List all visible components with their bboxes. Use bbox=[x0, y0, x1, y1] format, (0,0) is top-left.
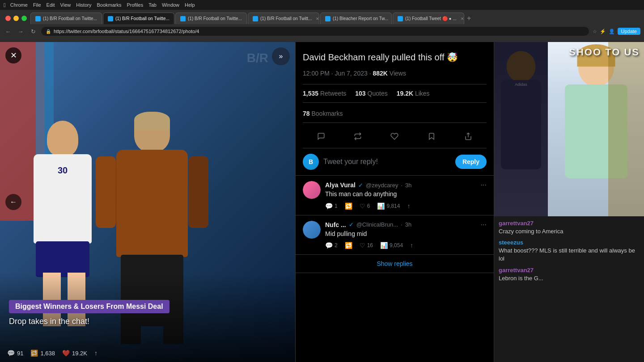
tweet-like-action[interactable] bbox=[386, 128, 402, 144]
photo-back-button[interactable]: ← bbox=[5, 194, 21, 210]
comment-share-1[interactable]: ↑ bbox=[407, 202, 410, 210]
comment-likes-count-1: 6 bbox=[367, 203, 370, 209]
tab-label-4: (1) B/R Football on Twitt... bbox=[260, 16, 312, 21]
browser-tab-4[interactable]: (1) B/R Football on Twitt... ✕ bbox=[248, 13, 319, 24]
comment-views-2: 📊 9,054 bbox=[380, 242, 403, 249]
tab-close-2[interactable]: ✕ bbox=[174, 17, 174, 21]
tab-close-1[interactable]: ✕ bbox=[101, 17, 102, 21]
menu-tab[interactable]: Tab bbox=[148, 2, 157, 8]
tweet-retweets-stat[interactable]: 1,535 Retweets bbox=[303, 90, 346, 97]
tab-favicon-1 bbox=[35, 16, 41, 21]
tweet-quotes-stat[interactable]: 103 Quotes bbox=[355, 90, 387, 97]
comment-like-2[interactable]: ♡ 16 bbox=[360, 242, 373, 249]
photo-replies-count: 91 bbox=[17, 350, 23, 357]
update-button[interactable]: Update bbox=[618, 28, 640, 35]
new-tab-button[interactable]: + bbox=[467, 15, 471, 22]
address-bar[interactable]: 🔒 https://twitter.com/brfootball/status/… bbox=[41, 27, 589, 36]
verified-icon-1: ✓ bbox=[358, 182, 363, 189]
tweet-main-text: David Beckham really pulled this off 🤯 bbox=[303, 51, 487, 63]
bookmark-star-icon[interactable]: ☆ bbox=[593, 29, 597, 34]
minimize-window-button[interactable] bbox=[13, 16, 19, 21]
comment-avatar-1 bbox=[303, 181, 321, 199]
comment-time-value-1: 3h bbox=[405, 182, 411, 189]
photo-likes-count: 19.2K bbox=[72, 350, 87, 357]
menu-help[interactable]: Help bbox=[185, 2, 195, 8]
tweet-panel: David Beckham really pulled this off 🤯 1… bbox=[295, 42, 494, 362]
browser-tab-5[interactable]: (1) Bleacher Report on Tw... ✕ bbox=[320, 13, 392, 24]
photo-tweet-stats-bar: 💬 91 🔁 1,638 ❤️ 19.2K ↑ bbox=[7, 349, 288, 357]
chat-overlay: garrettvan27 Crazy coming to America ste… bbox=[494, 216, 644, 362]
tweet-views-count: 882K bbox=[373, 70, 387, 77]
lock-icon: 🔒 bbox=[46, 29, 51, 34]
comment-retweet-2[interactable]: 🔁 bbox=[345, 242, 352, 249]
right-panel: Adidas SHOO TO US garrettvan27 Craz bbox=[494, 42, 644, 362]
tweet-bookmark-action[interactable] bbox=[424, 128, 440, 144]
tweet-reply-action[interactable] bbox=[313, 128, 329, 144]
tweet-retweet-action[interactable] bbox=[350, 128, 366, 144]
reply-box: B Tweet your reply! Reply bbox=[296, 148, 494, 176]
menu-bookmarks[interactable]: Bookmarks bbox=[97, 2, 121, 8]
os-app-menus: Chrome File Edit View History Bookmarks … bbox=[10, 2, 195, 8]
comment-avatar-img-2 bbox=[303, 221, 321, 239]
address-bar-row: ← → ↻ 🔒 https://twitter.com/brfootball/s… bbox=[0, 25, 644, 38]
browser-tab-6[interactable]: (1) Football Tweet 🔴 ● ... ✕ bbox=[393, 13, 464, 24]
comment-header-2: Nufc ... ✓ @ClinicalBrun... · 3h ··· bbox=[325, 221, 487, 229]
comment-retweet-1[interactable]: 🔁 bbox=[345, 202, 352, 210]
comment-more-button-1[interactable]: ··· bbox=[481, 181, 487, 189]
traffic-lights bbox=[5, 16, 27, 21]
comment-views-icon-2: 📊 bbox=[380, 242, 388, 249]
tweet-share-action[interactable] bbox=[460, 128, 476, 144]
comment-share-2[interactable]: ↑ bbox=[410, 242, 413, 249]
photo-stat-replies: 💬 91 bbox=[7, 349, 23, 357]
reply-input[interactable]: Tweet your reply! bbox=[323, 158, 451, 166]
photo-retweets-count: 1,638 bbox=[40, 350, 55, 357]
browser-tab-3[interactable]: (1) B/R Football on Twitte... ✕ bbox=[175, 13, 247, 24]
menu-file[interactable]: File bbox=[33, 2, 41, 8]
browser-tabs: (1) B/R Football on Twitte... ✕ (1) B/R … bbox=[30, 13, 639, 24]
tab-close-3[interactable]: ✕ bbox=[246, 17, 247, 21]
comment-like-icon-1: ♡ bbox=[360, 202, 365, 210]
menu-view[interactable]: View bbox=[60, 2, 71, 8]
comment-views-count-1: 9,814 bbox=[386, 203, 400, 209]
tab-favicon-3 bbox=[180, 16, 186, 21]
comment-reply-2[interactable]: 💬 2 bbox=[325, 242, 338, 249]
photo-close-button[interactable]: ✕ bbox=[5, 47, 21, 63]
comment-views-count-2: 9,054 bbox=[390, 242, 403, 248]
caption-tag: Biggest Winners & Losers From Messi Deal bbox=[9, 300, 169, 313]
show-replies-button[interactable]: Show replies bbox=[296, 255, 494, 273]
comment-reply-icon-1: 💬 bbox=[325, 202, 333, 210]
chat-username-2: steeezus bbox=[499, 239, 640, 246]
back-button[interactable]: ← bbox=[4, 28, 13, 35]
tab-favicon-5 bbox=[325, 16, 330, 21]
tab-close-6[interactable]: ✕ bbox=[461, 17, 464, 21]
menu-profiles[interactable]: Profiles bbox=[127, 2, 144, 8]
menu-window[interactable]: Window bbox=[162, 2, 179, 8]
maximize-window-button[interactable] bbox=[21, 16, 27, 21]
browser-tab-2[interactable]: (1) B/R Football on Twitte... ✕ bbox=[103, 13, 174, 24]
comment-name-1: Alya Vural bbox=[325, 181, 356, 189]
browser-tab-1[interactable]: (1) B/R Football on Twitte... ✕ bbox=[30, 13, 102, 24]
menu-history[interactable]: History bbox=[76, 2, 91, 8]
menu-chrome[interactable]: Chrome bbox=[10, 2, 28, 8]
comment-reply-1[interactable]: 💬 1 bbox=[325, 202, 338, 210]
comment-more-button-2[interactable]: ··· bbox=[481, 221, 487, 229]
apple-icon[interactable]:  bbox=[4, 2, 6, 8]
menu-edit[interactable]: Edit bbox=[47, 2, 55, 8]
photo-stat-share[interactable]: ↑ bbox=[94, 349, 97, 357]
tweet-likes-stat[interactable]: 19.2K Likes bbox=[397, 90, 430, 97]
tweet-emoji: 🤯 bbox=[447, 52, 458, 62]
comment-like-1[interactable]: ♡ 6 bbox=[360, 202, 370, 210]
reply-avatar: B bbox=[303, 154, 319, 170]
tweet-detail: David Beckham really pulled this off 🤯 1… bbox=[296, 42, 494, 148]
main-content: 30 bbox=[0, 42, 644, 362]
forward-button[interactable]: → bbox=[16, 28, 25, 35]
comment-share-icon-1: ↑ bbox=[407, 202, 410, 210]
tab-close-4[interactable]: ✕ bbox=[316, 17, 319, 21]
reload-button[interactable]: ↻ bbox=[29, 28, 38, 35]
close-window-button[interactable] bbox=[5, 16, 11, 21]
photo-forward-button[interactable]: » bbox=[272, 47, 290, 65]
tweet-bookmarks-row[interactable]: 78 Bookmarks bbox=[303, 105, 487, 123]
extension-puzzle-icon[interactable]: ⚡ bbox=[600, 29, 606, 34]
reply-submit-button[interactable]: Reply bbox=[455, 155, 487, 169]
profile-icon[interactable]: 👤 bbox=[609, 29, 615, 34]
